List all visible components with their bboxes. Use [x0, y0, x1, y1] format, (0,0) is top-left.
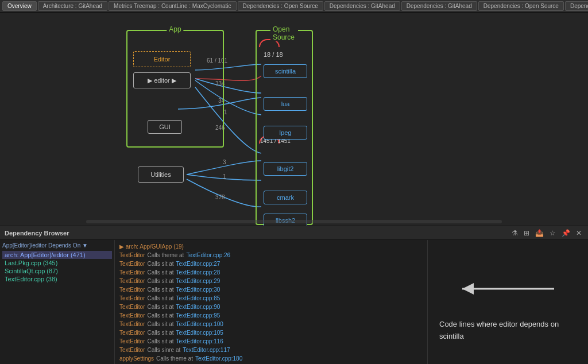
code-header[interactable]: ▶ arch: App/GUIApp (19) — [119, 242, 184, 251]
code-module: TextEditor — [119, 303, 145, 311]
code-line: ▶ arch: App/GUIApp (19) — [119, 242, 423, 251]
code-action: Calls sit at — [147, 328, 173, 337]
code-link[interactable]: TextEditor.cpp:100 — [176, 320, 223, 328]
node-cmark[interactable]: cmark — [264, 191, 307, 204]
left-item-texteditor[interactable]: TextEditor.cpp (38) — [2, 275, 112, 283]
edge-label-4: 1 — [224, 109, 227, 115]
code-module: TextEditor — [119, 346, 145, 354]
code-line: TextEditor Calls sit at TextEditor.cpp:2… — [119, 260, 423, 268]
bookmark-panel-icon[interactable]: ☆ — [548, 229, 558, 237]
code-action: Calls sit at — [147, 311, 173, 320]
code-module: TextEditor — [119, 251, 145, 260]
filter-icon[interactable]: ⚗ — [510, 229, 520, 237]
code-action: Calls theme at — [156, 354, 193, 363]
code-link[interactable]: TextEditor.cpp:26 — [186, 251, 230, 260]
code-link[interactable]: TextEditor.cpp:116 — [176, 337, 223, 346]
code-module: TextEditor — [119, 337, 145, 346]
code-module: applySettings — [119, 354, 154, 363]
tab-metrics[interactable]: Metrics Treemap : CountLine : MaxCycloma… — [109, 1, 237, 11]
left-item-lastpkg[interactable]: Last.Pkg.cpp (345) — [2, 259, 112, 267]
node-libgit2[interactable]: libgit2 — [264, 162, 307, 176]
horizontal-scrollbar[interactable] — [86, 220, 502, 223]
app-group-label: App — [167, 25, 183, 33]
tab-overview[interactable]: Overview — [2, 1, 37, 11]
code-pane: ▶ arch: App/GUIApp (19)TextEditor Calls … — [115, 240, 427, 364]
code-action: Calls sit at — [147, 260, 173, 268]
code-module: TextEditor — [119, 260, 145, 268]
code-module: TextEditor — [119, 320, 145, 328]
code-module: TextEditor — [119, 268, 145, 277]
code-link[interactable]: TextEditor.cpp:95 — [176, 311, 220, 320]
right-pane: ▶ arch: App/GUIApp (19)TextEditor Calls … — [115, 240, 588, 364]
node-lua[interactable]: lua — [264, 97, 307, 111]
app-group: App Editor ▶ editor ▶ GUI — [126, 30, 224, 148]
code-link[interactable]: TextEditor.cpp:180 — [195, 354, 242, 363]
code-line: TextEditor Calls sit at TextEditor.cpp:9… — [119, 303, 423, 311]
node-editor[interactable]: Editor — [133, 51, 191, 67]
tab-dep-gitahead-3[interactable]: Dependencies : GitAhead — [565, 1, 588, 11]
code-action: Calls sit at — [147, 277, 173, 285]
panel-title: Dependency Browser — [5, 230, 69, 237]
code-link[interactable]: TextEditor.cpp:90 — [176, 303, 220, 311]
close-icon[interactable]: ✕ — [574, 229, 583, 237]
code-line: TextEditor Calls sit at TextEditor.cpp:2… — [119, 277, 423, 285]
arrow-icon — [451, 274, 566, 309]
code-action: Calls sit at — [147, 294, 173, 303]
node-utilities[interactable]: Utilities — [138, 166, 184, 183]
code-line: TextEditor Calls sit at TextEditor.cpp:1… — [119, 328, 423, 337]
code-line: TextEditor Calls sit at TextEditor.cpp:2… — [119, 268, 423, 277]
breadcrumb[interactable]: App[Editor]/editor Depends On ▼ — [2, 242, 112, 249]
main-diagram-area: 61 / 101 334 34 1 246 3 1 378 1451 / 145… — [0, 13, 588, 226]
export-icon[interactable]: 📤 — [533, 229, 546, 237]
tab-dep-gitahead-2[interactable]: Dependencies : GitAhead — [401, 1, 477, 11]
edge-label-8: 378 — [215, 194, 225, 200]
code-line: applySettings Calls theme at TextEditor.… — [119, 354, 423, 363]
code-action: Calls sit at — [147, 337, 173, 346]
edge-label-7: 1 — [223, 173, 226, 180]
opensource-group: Open Source 18 / 18 scintilla lua lpeg l… — [256, 30, 313, 225]
code-link[interactable]: TextEditor.cpp:28 — [176, 268, 220, 277]
annotation-text: Code lines where editor depends on scint… — [439, 319, 577, 343]
code-action: Calls sit at — [147, 303, 173, 311]
code-action: Calls sit at — [147, 285, 173, 294]
bottom-panel: Dependency Browser ⚗ ⊞ 📤 ☆ 📌 ✕ App[Edito… — [0, 226, 588, 364]
diagram-canvas: 61 / 101 334 34 1 246 3 1 378 1451 / 145… — [0, 13, 588, 226]
code-module: TextEditor — [119, 277, 145, 285]
bottom-panel-header: Dependency Browser ⚗ ⊞ 📤 ☆ 📌 ✕ — [0, 226, 588, 240]
code-module: TextEditor — [119, 328, 145, 337]
code-link[interactable]: TextEditor.cpp:117 — [183, 346, 230, 354]
code-action: Calls sit at — [147, 268, 173, 277]
node-scintilla[interactable]: scintilla — [264, 64, 307, 78]
code-line: TextEditor Calls sit at TextEditor.cpp:8… — [119, 294, 423, 303]
code-module: TextEditor — [119, 311, 145, 320]
code-link[interactable]: TextEditor.cpp:29 — [176, 277, 220, 285]
code-line: TextEditor Calls theme at TextEditor.cpp… — [119, 251, 423, 260]
code-link[interactable]: TextEditor.cpp:27 — [176, 260, 220, 268]
opensource-count: 18 / 18 — [264, 51, 283, 58]
code-line: TextEditor Calls sinre at TextEditor.cpp… — [119, 346, 423, 354]
code-line: TextEditor Calls sit at TextEditor.cpp:9… — [119, 311, 423, 320]
code-link[interactable]: TextEditor.cpp:85 — [176, 294, 220, 303]
tab-dep-opensource[interactable]: Dependencies : Open Source — [238, 1, 323, 11]
code-module: TextEditor — [119, 285, 145, 294]
code-module: TextEditor — [119, 294, 145, 303]
code-action: Calls sinre at — [147, 346, 180, 354]
pin-icon[interactable]: 📌 — [560, 229, 572, 237]
expand-icon[interactable]: ⊞ — [522, 229, 531, 237]
annotation-pane: Code lines where editor depends on scint… — [427, 240, 588, 364]
code-action: Calls theme at — [147, 251, 184, 260]
node-editor-run[interactable]: ▶ editor ▶ — [133, 72, 191, 88]
tab-arch-gitahead[interactable]: Architecture : GitAhead — [38, 1, 107, 11]
code-line: TextEditor Calls sit at TextEditor.cpp:1… — [119, 337, 423, 346]
tab-dep-opensource-2[interactable]: Dependencies : Open Source — [478, 1, 564, 11]
node-lpeg[interactable]: lpeg — [264, 126, 307, 140]
left-item-scintillaQt[interactable]: ScintillaQt.cpp (87) — [2, 267, 112, 275]
node-gui[interactable]: GUI — [148, 120, 182, 134]
code-link[interactable]: TextEditor.cpp:105 — [176, 328, 223, 337]
left-item-editor[interactable]: arch: App[Editor]/editor (471) — [2, 251, 112, 259]
opensource-group-label: Open Source — [270, 25, 298, 41]
left-pane: App[Editor]/editor Depends On ▼ arch: Ap… — [0, 240, 115, 364]
code-link[interactable]: TextEditor.cpp:30 — [176, 285, 220, 294]
code-line: TextEditor Calls sit at TextEditor.cpp:3… — [119, 285, 423, 294]
tab-dep-gitahead-1[interactable]: Dependencies : GitAhead — [324, 1, 400, 11]
